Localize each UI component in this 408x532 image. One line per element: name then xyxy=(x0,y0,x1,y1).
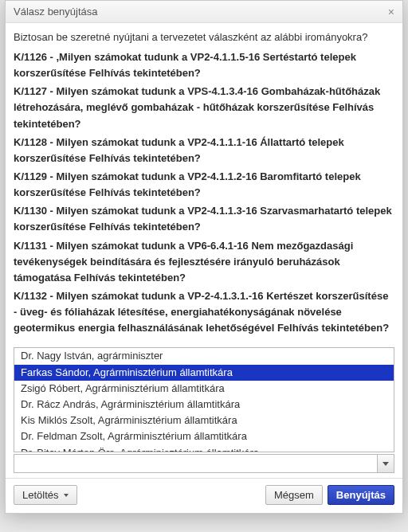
submit-button-label: Benyújtás xyxy=(336,489,386,501)
document-item: K/1130 - Milyen számokat tudunk a VP2-4.… xyxy=(14,203,394,235)
list-item[interactable]: Dr. Rácz András, Agrárminisztérium állam… xyxy=(14,397,394,413)
modal-body: Biztosan be szeretné nyújtani a tervezet… xyxy=(6,23,402,478)
list-item[interactable]: Dr. Bitay Márton Örs, Agrárminisztérium … xyxy=(14,445,394,453)
list-item[interactable]: Zsigó Róbert, Agrárminisztérium államtit… xyxy=(14,381,394,397)
document-item: K/1127 - Milyen számokat tudunk a VPS-4.… xyxy=(14,84,394,131)
submit-button[interactable]: Benyújtás xyxy=(328,485,394,505)
close-icon[interactable]: × xyxy=(388,6,394,18)
combo-toggle-button[interactable] xyxy=(377,454,394,473)
download-button[interactable]: Letöltés xyxy=(14,485,77,505)
document-item: K/1131 - Milyen számokat tudunk a VP6-6.… xyxy=(14,238,394,286)
chevron-down-icon xyxy=(64,494,69,497)
submit-answer-modal: Válasz benyújtása × Biztosan be szeretné… xyxy=(5,0,403,514)
recipient-input[interactable] xyxy=(14,454,377,473)
document-item: K/1129 - Milyen számokat tudunk a VP2-4.… xyxy=(14,169,394,201)
document-item: K/1132 - Milyen számokat tudunk a VP-2-4… xyxy=(14,288,394,336)
modal-header: Válasz benyújtása × xyxy=(6,1,402,23)
list-item[interactable]: Kis Miklós Zsolt, Agrárminisztérium álla… xyxy=(14,413,394,428)
recipient-listbox[interactable]: Dr. Nagy István, agrárminiszter Farkas S… xyxy=(14,347,394,452)
recipient-combo xyxy=(14,454,394,473)
confirm-text: Biztosan be szeretné nyújtani a tervezet… xyxy=(14,31,394,43)
list-item[interactable]: Dr. Feldman Zsolt, Agrárminisztérium áll… xyxy=(14,428,394,444)
download-button-label: Letöltés xyxy=(22,489,59,501)
cancel-button-label: Mégsem xyxy=(274,489,314,501)
modal-title: Válasz benyújtása xyxy=(14,6,98,18)
list-item[interactable]: Dr. Nagy István, agrárminiszter xyxy=(14,348,394,364)
list-item[interactable]: Farkas Sándor, Agrárminisztérium államti… xyxy=(14,365,394,381)
cancel-button[interactable]: Mégsem xyxy=(265,485,323,505)
document-item: K/1128 - Milyen számokat tudunk a VP2-4.… xyxy=(14,135,394,166)
modal-footer: Letöltés Mégsem Benyújtás xyxy=(6,478,402,513)
document-item: K/1126 - ,Milyen számokat tudunk a VP2-4… xyxy=(14,49,394,81)
chevron-down-icon xyxy=(382,462,389,466)
